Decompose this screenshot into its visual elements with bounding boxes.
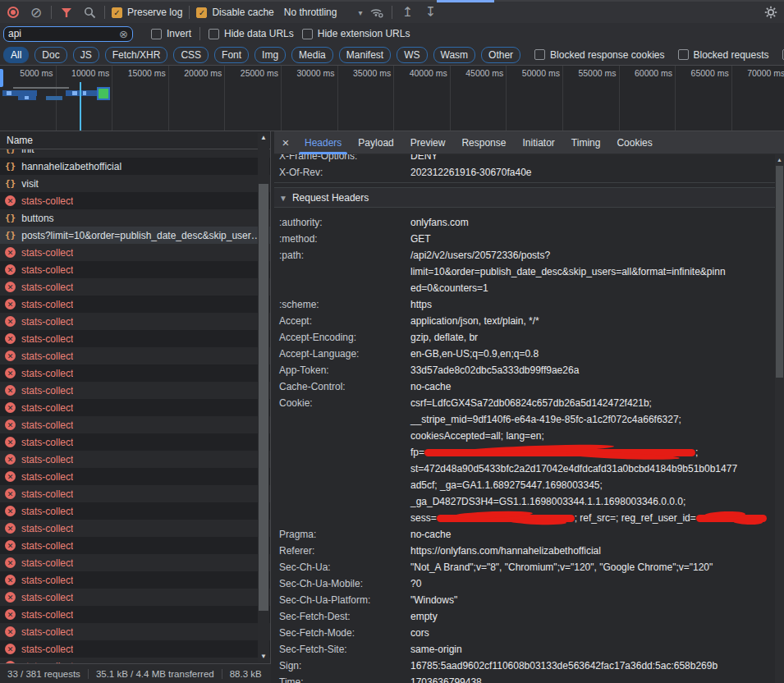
request-row[interactable]: ✕stats-collect [0, 399, 270, 416]
header-value-line: DENY [410, 154, 775, 164]
request-row[interactable]: ✕stats-collect [0, 278, 270, 296]
filter-pill-all[interactable]: All [3, 47, 29, 63]
tab-headers[interactable]: Headers [297, 131, 349, 154]
request-row[interactable]: ✕stats-collect [0, 261, 270, 278]
header-row: Referer:https://onlyfans.com/hannaheliza… [274, 543, 775, 559]
request-row[interactable]: ✕stats-collect [0, 296, 270, 313]
request-row[interactable]: ✕stats-collect [0, 589, 270, 606]
throttling-dropdown[interactable]: No throttling ▾ [284, 7, 363, 18]
request-row[interactable]: ✕stats-collect [0, 347, 270, 364]
clear-icon[interactable]: ⊘ [28, 4, 44, 21]
tab-initiator[interactable]: Initiator [515, 131, 562, 154]
filter-input[interactable]: api ⊗ [3, 26, 133, 42]
scrollbar-thumb[interactable] [776, 166, 783, 378]
request-row[interactable]: ✕stats-collect [0, 502, 270, 520]
tab-timing[interactable]: Timing [564, 131, 608, 154]
export-har-icon[interactable]: ↧ [422, 4, 438, 21]
request-row[interactable]: ✕stats-collect [0, 554, 270, 571]
filter-bar: api ⊗ Invert Hide data URLs Hide extensi… [0, 23, 784, 44]
record-icon[interactable] [5, 4, 21, 21]
request-row[interactable]: {}visit [0, 175, 270, 192]
filter-pill-media[interactable]: Media [291, 47, 333, 63]
request-row[interactable]: ✕stats-collect [0, 433, 270, 451]
invert-checkbox[interactable]: Invert [151, 28, 191, 39]
request-row[interactable]: ✕stats-collect [0, 192, 270, 209]
request-row[interactable]: ✕stats-collect [0, 364, 270, 382]
request-row[interactable]: ✕stats-collect [0, 571, 270, 589]
error-icon: ✕ [5, 557, 16, 568]
clear-filter-icon[interactable]: ⊗ [119, 28, 128, 40]
header-value-line: en-GB,en-US;q=0.9,en;q=0.8 [410, 346, 775, 362]
header-value: "Not_A Brand";v="8", "Chromium";v="120",… [410, 559, 775, 575]
filter-pill-other[interactable]: Other [481, 47, 520, 63]
preserve-log-checkbox[interactable]: ✓ Preserve log [112, 7, 182, 18]
error-icon: ✕ [5, 488, 16, 499]
filter-pill-wasm[interactable]: Wasm [433, 47, 476, 63]
request-row-selected[interactable]: {}posts?limit=10&order=publish_date_desc… [0, 227, 270, 244]
overview-drag-handle[interactable] [0, 69, 3, 87]
request-row[interactable]: ✕stats-collect [0, 520, 270, 537]
header-value: 202312261916-30670fa40e [410, 164, 775, 181]
disable-cache-checkbox[interactable]: ✓ Disable cache [196, 7, 273, 18]
toolbar-separator [199, 27, 200, 40]
name-column-header[interactable]: Name [0, 131, 270, 149]
funnel-icon[interactable] [58, 4, 75, 21]
filter-input-value: api [8, 28, 116, 39]
filter-pill-font[interactable]: Font [214, 47, 249, 63]
filter-pill-ws[interactable]: WS [397, 47, 427, 63]
request-row[interactable]: ✕stats-collect [0, 244, 270, 261]
request-row[interactable]: {}hannahelizabethofficial [0, 158, 270, 175]
tab-payload[interactable]: Payload [351, 131, 401, 154]
settings-gear-icon[interactable] [763, 4, 779, 21]
blocked-requests-checkbox[interactable]: Blocked requests [678, 49, 769, 61]
request-row[interactable]: ✕stats-collect [0, 606, 270, 623]
detail-scrollbar[interactable]: ▲ [775, 154, 784, 683]
request-row[interactable]: ✕stats-collect [0, 485, 270, 502]
request-row[interactable]: ✕stats-collect [0, 382, 270, 399]
header-value-line: application/json, text/plain, */* [410, 313, 775, 329]
filter-pill-js[interactable]: JS [73, 47, 99, 63]
request-row[interactable]: {}init [0, 149, 270, 158]
request-row[interactable]: {}buttons [0, 209, 270, 227]
import-har-icon[interactable]: ↥ [399, 4, 415, 21]
tab-preview[interactable]: Preview [403, 131, 453, 154]
scroll-up-icon[interactable]: ▲ [258, 133, 269, 143]
request-row[interactable]: ✕stats-collect [0, 468, 270, 485]
request-row[interactable]: ✕stats-collect [0, 313, 270, 330]
request-row[interactable]: ✕stats-collect [0, 330, 270, 347]
tab-response[interactable]: Response [454, 131, 513, 154]
filter-pill-css[interactable]: CSS [173, 47, 209, 63]
error-icon: ✕ [5, 264, 16, 275]
filter-pill-img[interactable]: Img [254, 47, 286, 63]
filter-pill-fetch-xhr[interactable]: Fetch/XHR [105, 47, 168, 63]
scrollbar-thumb[interactable] [259, 184, 268, 611]
tab-cookies[interactable]: Cookies [609, 131, 659, 154]
hide-extension-urls-checkbox[interactable]: Hide extension URLs [302, 28, 410, 39]
request-row[interactable]: ✕stats-collect [0, 537, 270, 554]
request-name: stats-collect [21, 609, 73, 621]
request-row[interactable]: ✕stats-collect [0, 658, 270, 663]
error-icon: ✕ [5, 419, 16, 430]
checkbox-checked: ✓ [196, 7, 207, 18]
search-icon[interactable] [81, 4, 98, 21]
request-headers-section-header[interactable]: ▼Request Headers [274, 187, 775, 208]
scroll-down-icon[interactable]: ▼ [258, 652, 269, 662]
request-name: stats-collect [21, 419, 73, 431]
overview-cursor-line [80, 82, 81, 131]
request-row[interactable]: ✕stats-collect [0, 416, 270, 433]
hide-data-urls-checkbox[interactable]: Hide data URLs [209, 28, 294, 39]
overview-tick-label: 40000 ms [394, 66, 451, 131]
status-bar: 33 / 381 requests 35.1 kB / 4.4 MB trans… [0, 663, 271, 683]
filter-pill-doc[interactable]: Doc [34, 47, 66, 63]
network-conditions-icon[interactable] [369, 4, 385, 21]
request-row[interactable]: ✕stats-collect [0, 451, 270, 468]
scroll-up-icon[interactable]: ▲ [775, 156, 784, 164]
request-row[interactable]: ✕stats-collect [0, 623, 270, 640]
blocked-response-cookies-checkbox[interactable]: Blocked response cookies [534, 49, 664, 61]
network-overview[interactable]: 5000 ms10000 ms15000 ms20000 ms25000 ms3… [0, 66, 784, 131]
request-list-scrollbar[interactable]: ▲ ▼ [258, 133, 269, 662]
request-row[interactable]: ✕stats-collect [0, 640, 270, 658]
close-icon[interactable]: × [276, 135, 296, 149]
filter-pill-manifest[interactable]: Manifest [339, 47, 391, 63]
header-value: no-cache [410, 378, 775, 395]
